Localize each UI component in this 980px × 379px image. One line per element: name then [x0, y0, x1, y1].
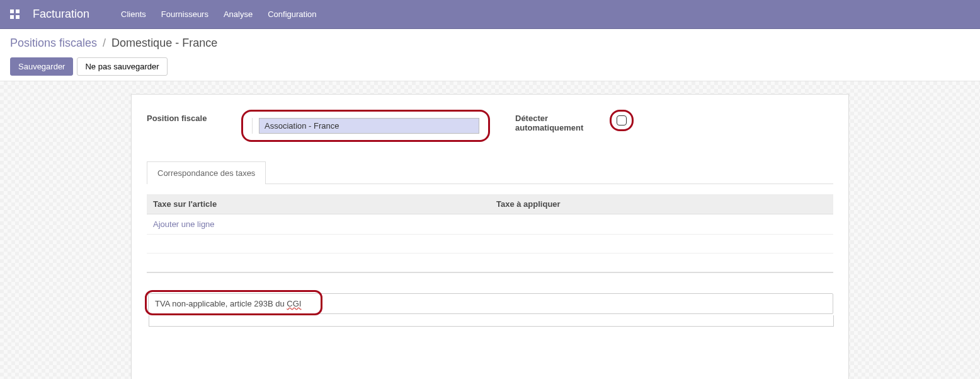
- form-row: Position fiscale Détecter automatiquemen…: [147, 110, 833, 142]
- form-sheet: Position fiscale Détecter automatiquemen…: [131, 94, 849, 379]
- col-actions: [814, 194, 833, 214]
- apps-icon[interactable]: [10, 9, 20, 20]
- menu-fournisseurs[interactable]: Fournisseurs: [161, 9, 208, 19]
- field-border: [252, 118, 479, 134]
- detect-auto-checkbox[interactable]: [617, 115, 627, 125]
- menu-analyse[interactable]: Analyse: [224, 9, 253, 19]
- menu-configuration[interactable]: Configuration: [268, 9, 316, 19]
- tabs: Correspondance des taxes: [147, 161, 833, 184]
- position-fiscale-input[interactable]: [259, 118, 479, 134]
- save-button[interactable]: Sauvegarder: [10, 57, 73, 76]
- table-row-add: Ajouter une ligne: [147, 214, 833, 235]
- breadcrumb: Positions fiscales / Domestique - France: [10, 37, 970, 50]
- menu-clients[interactable]: Clients: [121, 9, 146, 19]
- detect-auto-label: Détecter automatiquement: [515, 110, 597, 132]
- detect-auto-group: Détecter automatiquement: [515, 110, 833, 142]
- breadcrumb-separator: /: [103, 37, 106, 49]
- position-fiscale-group: Position fiscale: [147, 110, 490, 142]
- tab-tax-mapping[interactable]: Correspondance des taxes: [147, 161, 266, 184]
- action-buttons: Sauvegarder Ne pas sauvegarder: [10, 57, 970, 76]
- detect-label-line2: automatiquement: [515, 123, 583, 132]
- col-tax-to-apply: Taxe à appliquer: [490, 194, 814, 214]
- note-text-underlined: CGI: [287, 299, 301, 308]
- tax-mapping-table: Taxe sur l'article Taxe à appliquer Ajou…: [147, 194, 833, 273]
- main-menu: Clients Fournisseurs Analyse Configurati…: [121, 9, 316, 19]
- breadcrumb-parent[interactable]: Positions fiscales: [10, 37, 97, 49]
- detect-label-line1: Détecter: [515, 114, 548, 123]
- app-title[interactable]: Facturation: [33, 8, 89, 21]
- legal-note-input[interactable]: TVA non-applicable, article 293B du CGI: [148, 293, 833, 314]
- note-text-prefix: TVA non-applicable, article 293B du: [155, 299, 287, 308]
- discard-button[interactable]: Ne pas sauvegarder: [77, 57, 167, 76]
- navbar: Facturation Clients Fournisseurs Analyse…: [0, 0, 980, 29]
- breadcrumb-bar: Positions fiscales / Domestique - France…: [0, 29, 980, 81]
- breadcrumb-current: Domestique - France: [111, 37, 217, 49]
- note-section: TVA non-applicable, article 293B du CGI: [147, 292, 833, 327]
- content-area: Position fiscale Détecter automatiquemen…: [0, 81, 980, 379]
- table-row-empty: [147, 254, 833, 272]
- note-input-continuation: [149, 315, 834, 327]
- add-line-link[interactable]: Ajouter une ligne: [153, 219, 215, 229]
- col-tax-on-product: Taxe sur l'article: [147, 194, 490, 214]
- position-fiscale-label: Position fiscale: [147, 110, 229, 123]
- detect-auto-highlight: [610, 110, 634, 131]
- position-fiscale-highlight: [241, 110, 490, 142]
- table-row-empty: [147, 235, 833, 254]
